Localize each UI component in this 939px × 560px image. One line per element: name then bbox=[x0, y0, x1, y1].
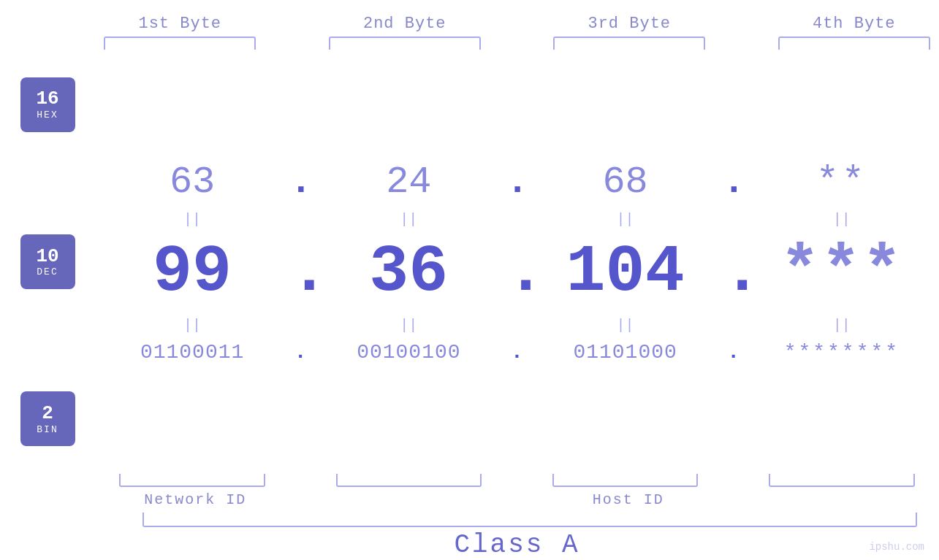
badge-column: 16 HEX 10 DEC 2 BIN bbox=[0, 50, 95, 474]
hex-byte3: 68 bbox=[602, 161, 647, 204]
bin-dot1: . bbox=[289, 341, 311, 364]
dec-dot1: . bbox=[289, 235, 311, 310]
bin-badge: 2 BIN bbox=[20, 391, 75, 446]
dec-badge-num: 10 bbox=[36, 246, 58, 267]
byte4-top-bracket bbox=[778, 37, 930, 50]
bin-dot3: . bbox=[723, 341, 745, 364]
byte2-bottom-bracket bbox=[336, 474, 482, 487]
hex-dot3: . bbox=[723, 161, 745, 204]
byte1-top-bracket bbox=[104, 37, 256, 50]
hex-dot2: . bbox=[506, 161, 528, 204]
dec-badge-label: DEC bbox=[37, 266, 58, 277]
hex-byte2: 24 bbox=[386, 161, 431, 204]
bin-byte1: 01100011 bbox=[140, 341, 244, 364]
bin-dot2: . bbox=[506, 341, 528, 364]
hex-dot1: . bbox=[289, 161, 311, 204]
byte2-header: 2nd Byte bbox=[303, 15, 506, 33]
hex-byte4: ** bbox=[816, 161, 867, 204]
dec-byte2: 36 bbox=[369, 235, 448, 310]
equals-row-2: || || || || bbox=[95, 315, 939, 335]
dec-badge: 10 DEC bbox=[20, 234, 75, 289]
byte1-bottom-bracket bbox=[119, 474, 265, 487]
dec-byte1: 99 bbox=[153, 235, 232, 310]
hex-byte1: 63 bbox=[170, 161, 215, 204]
equals-2-b2: || bbox=[311, 317, 506, 334]
dec-dot2: . bbox=[506, 235, 528, 310]
byte4-header: 4th Byte bbox=[753, 15, 939, 33]
byte2-top-bracket bbox=[329, 37, 481, 50]
bin-byte4: ******** bbox=[784, 341, 900, 364]
bin-byte2: 00100100 bbox=[357, 341, 460, 364]
byte3-header: 3rd Byte bbox=[528, 15, 731, 33]
equals-2-b4: || bbox=[745, 317, 939, 334]
class-bracket bbox=[142, 513, 917, 527]
equals-2-b1: || bbox=[95, 317, 289, 334]
equals-1-b3: || bbox=[528, 211, 723, 228]
dec-byte3: 104 bbox=[566, 235, 685, 310]
hex-badge: 16 HEX bbox=[20, 77, 75, 132]
hex-row: 63 . 24 . 68 . ** bbox=[95, 155, 939, 210]
hex-badge-label: HEX bbox=[37, 110, 58, 120]
dec-dot3: . bbox=[723, 235, 745, 310]
network-id-label: Network ID bbox=[95, 491, 295, 508]
equals-row-1: || || || || bbox=[95, 210, 939, 229]
class-label: Class A bbox=[95, 530, 939, 560]
dec-row: 99 . 36 . 104 . *** bbox=[95, 229, 939, 315]
byte3-top-bracket bbox=[553, 37, 705, 50]
equals-1-b2: || bbox=[311, 211, 506, 228]
main-container: 1st Byte 2nd Byte 3rd Byte 4th Byte 16 bbox=[0, 0, 939, 560]
equals-2-b3: || bbox=[528, 317, 723, 334]
byte3-bottom-bracket bbox=[552, 474, 699, 487]
bin-badge-label: BIN bbox=[37, 424, 58, 435]
equals-1-b1: || bbox=[95, 211, 289, 228]
dec-byte4: *** bbox=[780, 235, 903, 310]
bin-row: 01100011 . 00100100 . 01101000 . *******… bbox=[95, 335, 939, 369]
bottom-section: Network ID Host ID Class A bbox=[0, 474, 939, 560]
byte1-header: 1st Byte bbox=[79, 15, 282, 33]
bin-badge-num: 2 bbox=[42, 403, 53, 424]
bin-byte3: 01101000 bbox=[573, 341, 677, 364]
watermark: ipshu.com bbox=[869, 541, 924, 553]
equals-1-b4: || bbox=[745, 211, 939, 228]
byte4-bottom-bracket bbox=[769, 474, 915, 487]
hex-badge-num: 16 bbox=[36, 88, 58, 110]
host-id-label: Host ID bbox=[317, 491, 939, 508]
